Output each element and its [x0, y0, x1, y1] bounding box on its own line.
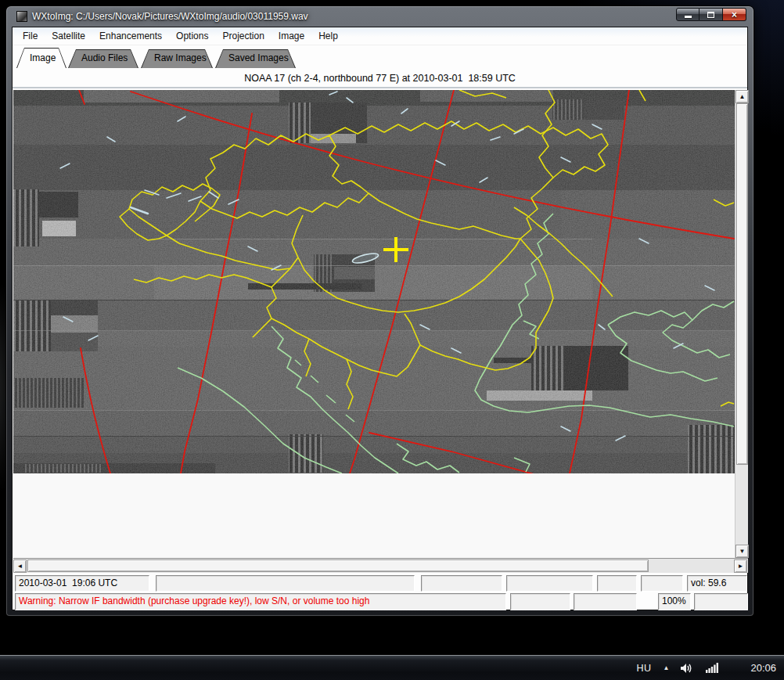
- tab-saved-images-label: Saved Images: [215, 49, 296, 67]
- language-indicator[interactable]: HU: [636, 663, 651, 674]
- horizontal-scroll-thumb[interactable]: [27, 559, 649, 572]
- taskbar: HU ▲ 20:06: [0, 655, 784, 680]
- system-tray: HU ▲ 20:06: [636, 662, 784, 674]
- warning-message: Warning: Narrow IF bandwidth (purchase u…: [15, 593, 506, 610]
- app-icon: [16, 11, 27, 22]
- menu-satellite[interactable]: Satellite: [45, 28, 92, 44]
- maximize-icon: [707, 12, 714, 18]
- minimize-button[interactable]: [676, 8, 699, 21]
- image-empty-area: [13, 473, 735, 558]
- menu-image[interactable]: Image: [272, 28, 311, 44]
- satellite-svg: [13, 90, 735, 473]
- volume-icon[interactable]: [681, 663, 694, 674]
- wxtoimg-window: WXtoImg: C:/Users/Novak/Pictures/WXtoImg…: [6, 6, 753, 616]
- status-volume: vol: 59.6: [687, 575, 747, 592]
- status-field-2: [156, 575, 415, 592]
- scroll-right-button[interactable]: ►: [734, 559, 747, 573]
- menu-help[interactable]: Help: [311, 28, 345, 44]
- window-title: WXtoImg: C:/Users/Novak/Pictures/WXtoImg…: [32, 11, 308, 22]
- image-noise: [13, 90, 735, 473]
- tab-image[interactable]: Image: [16, 48, 67, 68]
- scroll-left-button[interactable]: ◄: [13, 559, 27, 573]
- close-icon: ×: [732, 10, 737, 20]
- status-field-5: [597, 575, 637, 592]
- scroll-up-button[interactable]: ▲: [735, 90, 749, 103]
- menu-file[interactable]: File: [16, 28, 45, 44]
- warning-field-5: [694, 593, 748, 610]
- image-viewport: ▲ ▼: [13, 90, 748, 558]
- vertical-scroll-thumb[interactable]: [736, 103, 748, 465]
- satellite-image[interactable]: [13, 90, 735, 473]
- tab-audio-files-label: Audio Files: [68, 49, 138, 67]
- horizontal-scrollbar[interactable]: ◄ ►: [13, 558, 748, 573]
- tab-audio-files[interactable]: Audio Files: [68, 49, 138, 68]
- zoom-level-field: 100%: [658, 593, 691, 610]
- taskbar-clock[interactable]: 20:06: [750, 662, 776, 674]
- title-bar[interactable]: WXtoImg: C:/Users/Novak/Pictures/WXtoImg…: [6, 6, 753, 27]
- status-field-3: [421, 575, 502, 592]
- window-controls: ×: [676, 8, 746, 21]
- status-field-6: [641, 575, 683, 592]
- tab-raw-images-label: Raw Images: [141, 49, 213, 67]
- network-icon[interactable]: [706, 663, 718, 673]
- menu-options[interactable]: Options: [169, 28, 215, 44]
- warning-bar: Warning: Narrow IF bandwidth (purchase u…: [13, 593, 748, 610]
- menu-enhancements[interactable]: Enhancements: [92, 28, 169, 44]
- client-area: File Satellite Enhancements Options Proj…: [12, 27, 748, 610]
- warning-field-2: [510, 593, 570, 610]
- tab-bar: Image Audio Files Raw Images Saved Image…: [13, 45, 747, 68]
- image-header: NOAA 17 (ch 2-4, northbound 77 E) at 201…: [13, 68, 747, 88]
- desktop: WXtoImg: C:/Users/Novak/Pictures/WXtoImg…: [0, 0, 784, 680]
- maximize-button[interactable]: [699, 8, 723, 21]
- status-field-4: [506, 575, 593, 592]
- tab-saved-images[interactable]: Saved Images: [215, 49, 296, 68]
- status-bar: 2010-03-01 19:06 UTC vol: 59.6: [13, 575, 748, 592]
- tab-image-label: Image: [16, 48, 67, 68]
- minimize-icon: [685, 16, 692, 18]
- vertical-scrollbar[interactable]: ▲ ▼: [735, 90, 748, 558]
- warning-field-3: [574, 593, 637, 610]
- menu-bar: File Satellite Enhancements Options Proj…: [13, 27, 747, 45]
- show-hidden-icon[interactable]: ▲: [664, 664, 670, 671]
- tab-raw-images[interactable]: Raw Images: [141, 49, 213, 68]
- menu-projection[interactable]: Projection: [215, 28, 271, 44]
- scroll-down-button[interactable]: ▼: [735, 545, 749, 558]
- status-datetime: 2010-03-01 19:06 UTC: [15, 575, 149, 592]
- close-button[interactable]: ×: [723, 8, 746, 21]
